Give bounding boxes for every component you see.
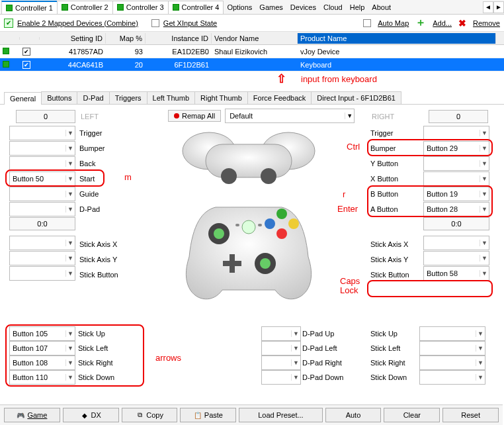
col-product[interactable]: Product Name [298, 33, 496, 44]
right-stick-axis-y-combo[interactable]: ▼ [423, 251, 489, 265]
left-dpad-combo[interactable]: ▼ [9, 202, 75, 216]
chevron-down-icon[interactable]: ▼ [480, 175, 489, 182]
chevron-down-icon[interactable]: ▼ [345, 113, 354, 119]
dpad-right-combo[interactable]: ▼ [261, 355, 301, 370]
dpad-left-combo[interactable]: ▼ [261, 341, 301, 355]
game-button[interactable]: 🎮Game [4, 408, 60, 422]
chevron-down-icon[interactable]: ▼ [480, 160, 489, 167]
load-preset-button[interactable]: Load Preset... [239, 408, 322, 422]
sub-tab-left-thumb[interactable]: Left Thumb [147, 91, 195, 104]
left-bumper-combo[interactable]: ▼ [9, 141, 75, 156]
chevron-down-icon[interactable]: ▼ [65, 145, 75, 152]
chevron-down-icon[interactable]: ▼ [480, 130, 489, 136]
chevron-down-icon[interactable]: ▼ [480, 145, 489, 152]
left-trigger-combo[interactable]: ▼ [9, 126, 75, 140]
sub-tab-triggers[interactable]: Triggers [109, 91, 147, 104]
tab-games[interactable]: Games [255, 1, 286, 14]
chevron-down-icon[interactable]: ▼ [480, 270, 489, 277]
left-stick-down-combo[interactable]: Button 110▼ [9, 370, 75, 385]
dpad-down-combo[interactable]: ▼ [261, 370, 301, 385]
chevron-down-icon[interactable]: ▼ [65, 374, 75, 381]
tab-controller-4[interactable]: Controller 4 [168, 1, 224, 14]
row-checkbox[interactable]: ✔ [22, 61, 30, 69]
right-b-combo[interactable]: Button 19▼ [423, 187, 489, 201]
table-row[interactable]: ✔ 44CA641B 20 6F1D2B61 Keyboard [0, 58, 504, 71]
col-setting-id[interactable]: Setting ID [40, 33, 106, 44]
tab-about[interactable]: About [368, 1, 395, 14]
chevron-down-icon[interactable]: ▼ [476, 345, 485, 352]
right-y-combo[interactable]: ▼ [423, 156, 489, 171]
auto-map-link[interactable]: Auto Map [378, 19, 409, 27]
left-stick-axis-x-combo[interactable]: ▼ [9, 236, 75, 250]
right-bumper-combo[interactable]: Button 29▼ [423, 141, 489, 156]
tab-controller-2[interactable]: Controller 2 [57, 1, 113, 14]
right-stick-up-combo[interactable]: ▼ [419, 326, 485, 341]
remap-all-button[interactable]: Remap All [168, 110, 221, 122]
chevron-down-icon[interactable]: ▼ [291, 359, 300, 366]
left-back-combo[interactable]: ▼ [9, 156, 75, 171]
preset-select[interactable]: Default ▼ [225, 109, 355, 123]
chevron-down-icon[interactable]: ▼ [476, 359, 485, 366]
dpad-up-combo[interactable]: ▼ [261, 326, 301, 341]
tab-scroll-left-icon[interactable]: ◄ [483, 1, 493, 13]
right-stick-right-combo[interactable]: ▼ [419, 355, 485, 370]
chevron-down-icon[interactable]: ▼ [65, 345, 75, 352]
chevron-down-icon[interactable]: ▼ [480, 191, 489, 197]
enable-checkbox[interactable]: ✔ [4, 19, 13, 28]
chevron-down-icon[interactable]: ▼ [65, 160, 75, 167]
auto-map-checkbox[interactable] [363, 19, 371, 27]
right-stick-down-combo[interactable]: ▼ [419, 370, 485, 385]
paste-button[interactable]: 📋Paste [180, 408, 236, 422]
chevron-down-icon[interactable]: ▼ [65, 240, 75, 246]
col-map-pct[interactable]: Map % [106, 33, 146, 44]
tab-options[interactable]: Options [223, 1, 256, 14]
chevron-down-icon[interactable]: ▼ [65, 359, 75, 366]
chevron-down-icon[interactable]: ▼ [480, 255, 489, 261]
right-a-combo[interactable]: Button 28▼ [423, 202, 489, 216]
tab-devices[interactable]: Devices [286, 1, 320, 14]
chevron-down-icon[interactable]: ▼ [291, 374, 300, 381]
sub-tab-buttons[interactable]: Buttons [41, 91, 77, 104]
tab-help[interactable]: Help [346, 1, 369, 14]
left-start-combo[interactable]: Button 50▼ [9, 171, 75, 186]
remove-device-link[interactable]: Remove [473, 19, 500, 27]
table-row[interactable]: ✔ 417857AD 93 EA1D2EB0 Shaul Eizikovich … [0, 45, 504, 58]
chevron-down-icon[interactable]: ▼ [476, 374, 485, 381]
tab-scroll-right-icon[interactable]: ► [493, 1, 504, 13]
tab-cloud[interactable]: Cloud [319, 1, 347, 14]
col-vendor[interactable]: Vendor Name [212, 33, 298, 44]
right-stick-axis-x-combo[interactable]: ▼ [423, 236, 489, 250]
left-stick-right-combo[interactable]: Button 108▼ [9, 355, 75, 370]
chevron-down-icon[interactable]: ▼ [291, 345, 300, 352]
right-trigger-combo[interactable]: ▼ [423, 126, 489, 140]
chevron-down-icon[interactable]: ▼ [65, 270, 75, 277]
sub-tab-direct-input[interactable]: Direct Input - 6F1D2B61 [311, 91, 401, 104]
tab-controller-1[interactable]: Controller 1 [1, 1, 58, 14]
sub-tab-force-feedback[interactable]: Force Feedback [247, 91, 312, 104]
tab-controller-3[interactable]: Controller 3 [112, 1, 169, 14]
chevron-down-icon[interactable]: ▼ [65, 255, 75, 261]
sub-tab-dpad[interactable]: D-Pad [77, 91, 109, 104]
auto-button[interactable]: Auto [325, 408, 382, 422]
enable-devices-link[interactable]: Enable 2 Mapped Devices (Combine) [17, 19, 138, 27]
row-checkbox[interactable]: ✔ [22, 48, 30, 56]
right-stick-button-combo[interactable]: Button 58▼ [423, 266, 489, 281]
right-x-combo[interactable]: ▼ [423, 171, 489, 186]
sub-tab-general[interactable]: General [4, 92, 42, 105]
chevron-down-icon[interactable]: ▼ [65, 130, 75, 136]
clear-button[interactable]: Clear [384, 408, 440, 422]
chevron-down-icon[interactable]: ▼ [480, 240, 489, 246]
chevron-down-icon[interactable]: ▼ [291, 330, 300, 337]
chevron-down-icon[interactable]: ▼ [480, 206, 489, 212]
get-xinput-link[interactable]: Get XInput State [163, 19, 217, 27]
reset-button[interactable]: Reset [442, 408, 499, 422]
add-device-link[interactable]: Add... [433, 19, 452, 27]
copy-button[interactable]: ⧉Copy [122, 408, 178, 422]
left-guide-combo[interactable]: ▼ [9, 187, 75, 201]
get-xinput-checkbox[interactable] [151, 19, 159, 27]
chevron-down-icon[interactable]: ▼ [65, 191, 75, 197]
left-stick-axis-y-combo[interactable]: ▼ [9, 251, 75, 265]
col-instance-id[interactable]: Instance ID [146, 33, 212, 44]
chevron-down-icon[interactable]: ▼ [65, 175, 75, 182]
dx-button[interactable]: ◆DX [63, 408, 119, 422]
